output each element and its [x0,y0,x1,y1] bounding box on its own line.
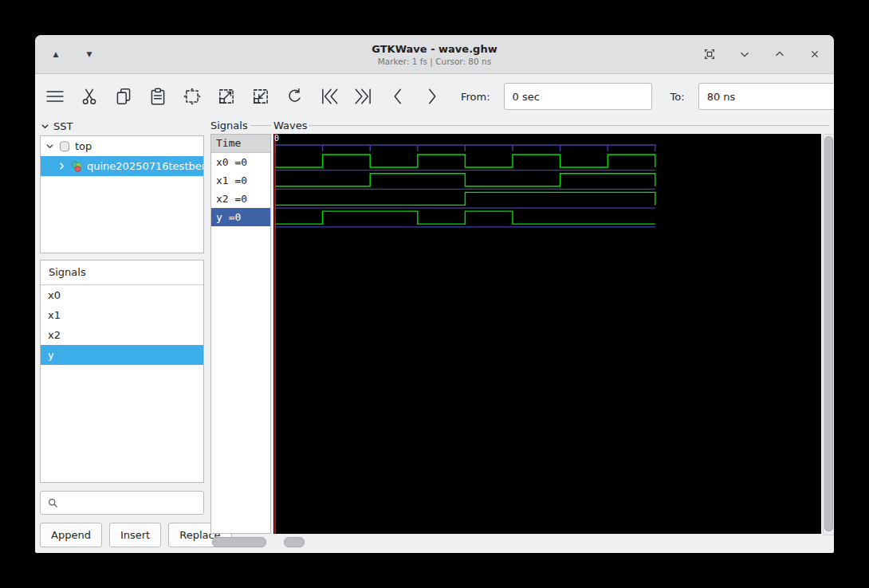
shade-up-button[interactable]: ▲ [48,46,64,62]
close-button[interactable] [807,46,823,62]
signal-search[interactable] [40,491,204,515]
next-edge-button[interactable] [422,86,442,108]
titlebar: ▲ ▼ GTKWave - wave.ghw Marker: 1 fs | Cu… [35,35,834,74]
signal-row-y[interactable]: y =0 [211,208,270,226]
signal-browser: Signals x0 x1 x2 y [40,260,204,483]
scrollbar-thumb[interactable] [824,136,833,531]
time-header: Time [211,135,270,153]
signals-frame-label: Signals [210,118,271,132]
menu-button[interactable] [45,86,65,108]
zoom-in-icon [216,86,237,107]
skip-to-start-icon [319,86,340,107]
content-area: SST top [40,118,829,548]
zoom-in-button[interactable] [216,86,237,108]
scrollbar-thumb[interactable] [284,537,305,547]
scrollbar-thumb[interactable] [212,537,266,547]
signals-column: Signals Time x0 =0 x1 =0 x2 =0 y =0 [210,118,271,548]
expander-chevron-icon [41,122,49,131]
paste-button[interactable] [147,86,168,108]
to-input[interactable] [698,83,834,110]
chevron-up-icon [773,47,787,61]
chevron-left-icon [387,86,408,107]
undo-button[interactable] [285,86,305,108]
database-icon [58,140,71,153]
chevron-right-icon [422,86,442,107]
signals-frame-text: Signals [210,120,248,131]
cut-button[interactable] [79,86,100,108]
sst-expander[interactable]: SST [40,118,204,134]
prev-edge-button[interactable] [387,86,408,108]
waveform-plot [273,134,821,534]
zoom-fit-button[interactable] [182,86,203,108]
minimize-button[interactable] [737,46,753,62]
signal-item-x1[interactable]: x1 [41,305,203,325]
wave-canvas[interactable]: 0 [273,134,821,534]
append-button[interactable]: Append [40,523,102,547]
shade-down-button[interactable]: ▼ [81,46,97,62]
signal-row-x0[interactable]: x0 =0 [211,153,270,171]
zoom-out-button[interactable] [250,86,271,108]
hamburger-icon [45,86,65,107]
triangle-up-icon: ▲ [53,51,59,58]
from-input[interactable] [504,83,652,110]
browser-buttons: Append Insert Replace [40,523,204,547]
search-icon [46,496,59,509]
waves-column: Waves 0 [273,118,829,548]
signal-name-list: Time x0 =0 x1 =0 x2 =0 y =0 [210,134,271,534]
signal-row-x2[interactable]: x2 =0 [211,190,270,208]
wave-box: 0 [273,134,829,534]
to-label: To: [670,91,685,103]
chevron-down-icon [737,47,752,61]
tree-item-label: quine20250716testbench [87,160,203,172]
insert-button[interactable]: Insert [109,523,161,547]
scissors-icon [79,86,100,107]
signal-browser-header: Signals [41,261,203,285]
window-subtitle: Marker: 1 fs | Cursor: 80 ns [378,57,491,66]
sst-panel: SST top [40,118,204,548]
signals-hscrollbar [210,537,271,547]
sst-tree: top quine20250716testbench [40,135,204,253]
waves-frame-text: Waves [273,120,307,131]
tree-item-top[interactable]: top [41,136,203,156]
waves-frame-label: Waves [273,118,829,132]
frame-rule [309,125,829,126]
frame-rule [250,125,271,126]
sst-label: SST [53,120,73,132]
undo-arrow-icon [285,86,305,107]
copy-icon [113,86,134,107]
expander-closed-icon [57,162,66,171]
close-icon [808,47,822,61]
clipboard-icon [147,86,168,107]
fullscreen-button[interactable] [702,46,718,62]
module-icon [70,160,83,173]
tree-item-label: top [75,140,92,152]
skip-to-end-icon [353,86,374,107]
zoom-fit-icon [182,86,203,107]
search-input[interactable] [59,491,203,515]
wave-vscrollbar [823,134,834,535]
triangle-down-icon: ▼ [87,51,92,58]
signal-item-x2[interactable]: x2 [41,325,203,345]
from-label: From: [461,91,490,103]
wave-hscrollbar [273,537,821,547]
go-to-end-button[interactable] [353,86,374,108]
go-to-start-button[interactable] [319,86,340,108]
zoom-out-icon [250,86,271,107]
toolbar: From: To: [35,74,834,119]
maximize-button[interactable] [772,46,788,62]
tree-item-testbench[interactable]: quine20250716testbench [41,156,203,176]
timeline-origin-label: 0 [274,134,279,143]
signal-row-x1[interactable]: x1 =0 [211,171,270,190]
fullscreen-icon [702,47,717,61]
expander-open-icon [45,142,54,151]
gtkwave-window: ▲ ▼ GTKWave - wave.ghw Marker: 1 fs | Cu… [35,35,834,553]
signal-item-x0[interactable]: x0 [41,285,203,305]
copy-button[interactable] [113,86,134,108]
signal-item-y[interactable]: y [41,345,203,365]
window-title: GTKWave - wave.ghw [372,43,497,55]
